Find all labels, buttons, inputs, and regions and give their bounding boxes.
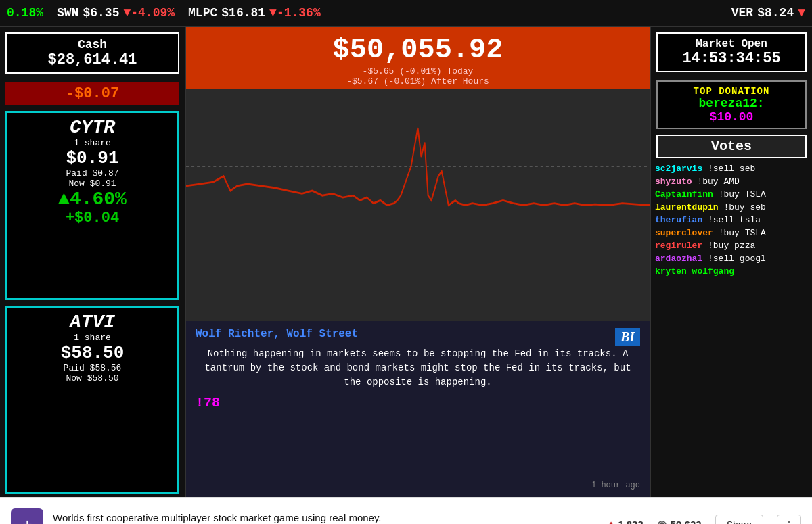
share-button[interactable]: Share <box>715 515 763 525</box>
chart-svg <box>186 89 650 321</box>
ticker-bar: 0.18% SWN $6.35 ▼-4.09% MLPC $16.81 ▼-1.… <box>0 0 812 27</box>
cytr-paid: Paid $0.87 <box>14 168 171 178</box>
news-time: 1 hour ago <box>591 481 640 490</box>
channel-info: Worlds first cooperative multiplayer sto… <box>53 512 599 525</box>
eye-count: ◉ 59,622 <box>657 518 702 524</box>
news-source: Wolf Richter, Wolf Street <box>196 328 640 340</box>
chat-command: !sell seb <box>702 164 755 174</box>
ticker-ver-arrow: ▼ <box>798 6 805 20</box>
cytr-shares: 1 share <box>14 138 171 148</box>
stats-row: ♦ 1,833 ◉ 59,622 Share ⋮ <box>608 515 801 525</box>
main-layout: Cash $28,614.41 -$0.07 CYTR 1 share $0.9… <box>0 27 812 497</box>
ticker-ver-name: VER <box>731 6 753 20</box>
top-donor-amount: $10.00 <box>662 110 801 124</box>
chat-command: !buy seb <box>719 202 766 212</box>
chat-feed: sc2jarvis !sell sebshyzuto !buy AMDCapta… <box>651 161 812 497</box>
ticker-swn-price: $6.35 <box>83 6 119 20</box>
top-donation-box: TOP DONATION bereza12: $10.00 <box>656 80 807 129</box>
ticker-mlpc-price: $16.81 <box>221 6 265 20</box>
votes-label: Votes <box>660 139 803 154</box>
market-status-box: Market Open 14:53:34:55 <box>656 32 807 72</box>
top-donation-label: TOP DONATION <box>662 86 801 97</box>
chat-command: !sell googl <box>702 254 766 264</box>
atvi-shares: 1 share <box>14 333 171 343</box>
channel-desc: Worlds first cooperative multiplayer sto… <box>53 512 599 523</box>
ticker-ver-price: $8.24 <box>757 6 794 20</box>
chat-line: regiruler !buy pzza <box>655 241 808 251</box>
ticker-mlpc-name: MLPC <box>188 6 217 20</box>
viewer-icon: ♦ <box>608 519 614 525</box>
viewer-number: 1,833 <box>618 519 644 524</box>
cash-box: Cash $28,614.41 <box>5 32 179 74</box>
cash-value: $28,614.41 <box>14 51 171 68</box>
market-status-label: Market Open <box>662 38 801 50</box>
chat-line: kryten_wolfgang <box>655 266 808 277</box>
stock-chart <box>186 89 650 321</box>
news-body: Nothing happening in markets seems to be… <box>196 347 640 389</box>
portfolio-value-box: $50,055.92 -$5.65 (-0.01%) Today -$5.67 … <box>186 27 650 89</box>
ticker-swn-name: SWN <box>57 6 78 20</box>
day-change-value: -$0.07 <box>66 85 119 102</box>
bottom-bar: ✛ Worlds first cooperative multiplayer s… <box>0 497 812 524</box>
chat-username: shyzuto <box>655 176 692 187</box>
market-timer: 14:53:34:55 <box>662 50 801 67</box>
ticker-open-pct: 0.18% <box>7 6 43 20</box>
center-panel: $50,055.92 -$5.65 (-0.01%) Today -$5.67 … <box>186 27 650 497</box>
chat-username: regiruler <box>655 241 702 251</box>
votes-label-box: Votes <box>656 135 807 158</box>
eye-icon: ◉ <box>657 518 667 524</box>
ticker-mlpc-change: ▼-1.36% <box>269 6 321 20</box>
chat-command: !buy TSLA <box>713 228 766 238</box>
chat-username: sc2jarvis <box>655 164 702 174</box>
chat-line: laurentdupin !buy seb <box>655 202 808 212</box>
chat-command: !buy pzza <box>702 241 755 251</box>
portfolio-change-today: -$5.65 (-0.01%) Today <box>186 66 650 76</box>
chat-command: !buy TSLA <box>713 189 766 199</box>
news-area: Wolf Richter, Wolf Street BI Nothing hap… <box>186 321 650 497</box>
news-votes: !78 <box>196 395 640 410</box>
channel-icon: ✛ <box>11 508 43 525</box>
chat-command: !buy AMD <box>692 176 740 187</box>
eye-number: 59,622 <box>671 519 702 524</box>
atvi-paid: Paid $58.56 <box>14 363 171 373</box>
day-change-box: -$0.07 <box>5 82 179 105</box>
cytr-change: +$0.04 <box>14 210 171 227</box>
chat-line: therufian !sell tsla <box>655 215 808 225</box>
chat-username: superclover <box>655 228 713 238</box>
top-donor-name: bereza12: <box>662 97 801 110</box>
more-button[interactable]: ⋮ <box>777 515 801 525</box>
chat-username: kryten_wolfgang <box>655 266 734 277</box>
cash-label: Cash <box>14 38 171 51</box>
chat-username: therufian <box>655 215 702 225</box>
viewer-count: ♦ 1,833 <box>608 519 644 525</box>
atvi-ticker: ATVI <box>14 312 171 333</box>
chat-command: !sell tsla <box>702 215 761 225</box>
cytr-pct: ▲4.60% <box>14 189 171 210</box>
atvi-price: $58.50 <box>14 343 171 363</box>
cytr-price: $0.91 <box>14 148 171 168</box>
cytr-card: CYTR 1 share $0.91 Paid $0.87 Now $0.91 … <box>5 111 179 300</box>
chat-line: Captainfinn !buy TSLA <box>655 189 808 199</box>
cytr-ticker: CYTR <box>14 117 171 138</box>
portfolio-change-after: -$5.67 (-0.01%) After Hours <box>186 76 650 87</box>
chat-line: sc2jarvis !sell seb <box>655 164 808 174</box>
chat-username: ardaozhal <box>655 254 702 264</box>
atvi-now: Now $58.50 <box>14 373 171 383</box>
channel-icon-symbol: ✛ <box>22 515 31 524</box>
chat-username: laurentdupin <box>655 202 719 212</box>
chat-line: ardaozhal !sell googl <box>655 254 808 264</box>
left-panel: Cash $28,614.41 -$0.07 CYTR 1 share $0.9… <box>0 27 186 497</box>
portfolio-value: $50,055.92 <box>186 34 650 66</box>
bi-logo: BI <box>615 328 640 346</box>
atvi-card: ATVI 1 share $58.50 Paid $58.56 Now $58.… <box>5 306 179 495</box>
chat-line: shyzuto !buy AMD <box>655 176 808 187</box>
chat-username: Captainfinn <box>655 189 713 199</box>
ticker-swn-change: ▼-4.09% <box>123 6 175 20</box>
chat-line: superclover !buy TSLA <box>655 228 808 238</box>
cytr-now: Now $0.91 <box>14 178 171 189</box>
right-panel: Market Open 14:53:34:55 TOP DONATION ber… <box>650 27 812 497</box>
